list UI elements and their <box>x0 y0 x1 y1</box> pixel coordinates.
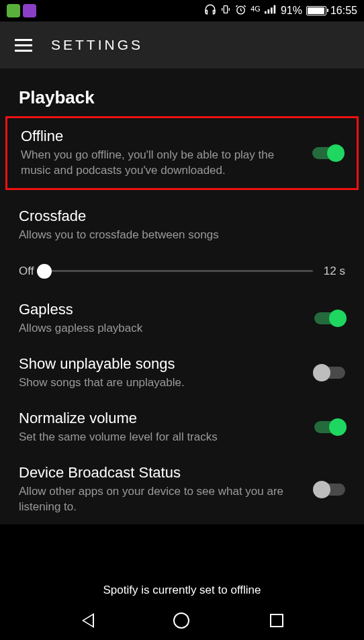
broadcast-toggle[interactable] <box>314 484 345 496</box>
crossfade-slider[interactable] <box>44 270 312 272</box>
app-header: SETTINGS <box>0 21 364 68</box>
setting-crossfade[interactable]: Crossfade Allows you to crossfade betwee… <box>0 198 364 253</box>
svg-rect-0 <box>224 6 228 13</box>
menu-icon[interactable] <box>15 39 32 52</box>
section-title: Playback <box>0 87 364 116</box>
network-type: 4G <box>251 5 261 13</box>
setting-unplayable[interactable]: Show unplayable songs Show songs that ar… <box>0 346 364 400</box>
setting-unplayable-title: Show unplayable songs <box>19 355 301 373</box>
unplayable-toggle[interactable] <box>314 367 345 379</box>
battery-icon <box>306 6 326 15</box>
setting-broadcast-desc: Allow other apps on your device to see w… <box>19 484 301 515</box>
setting-crossfade-desc: Allows you to crossfade between songs <box>19 228 345 243</box>
slider-max-label: 12 s <box>324 265 345 278</box>
svg-rect-7 <box>273 5 275 14</box>
status-bar: 4G 91% 16:55 <box>0 0 364 21</box>
home-button[interactable] <box>173 612 189 629</box>
setting-gapless-desc: Allows gapless playback <box>19 321 301 336</box>
svg-rect-6 <box>271 7 273 13</box>
setting-normalize-desc: Set the same volume level for all tracks <box>19 430 301 445</box>
svg-rect-4 <box>265 11 267 14</box>
setting-broadcast-title: Device Broadcast Status <box>19 464 301 482</box>
alarm-icon <box>235 4 246 18</box>
setting-normalize[interactable]: Normalize volume Set the same volume lev… <box>0 400 364 455</box>
slider-thumb[interactable] <box>37 264 52 279</box>
status-right: 4G 91% 16:55 <box>204 3 357 18</box>
setting-offline-desc: When you go offline, you'll only be able… <box>21 148 299 179</box>
normalize-toggle[interactable] <box>314 421 345 433</box>
setting-offline-title: Offline <box>21 128 299 145</box>
offline-toggle[interactable] <box>312 147 343 159</box>
page-title: SETTINGS <box>51 37 143 53</box>
recents-button[interactable] <box>270 614 283 627</box>
settings-content: Playback Offline When you go offline, yo… <box>0 68 364 524</box>
battery-percent: 91% <box>281 5 302 17</box>
setting-unplayable-desc: Show songs that are unplayable. <box>19 375 301 391</box>
setting-normalize-title: Normalize volume <box>19 410 301 427</box>
offline-toast: Spotify is currently set to offline <box>0 580 364 601</box>
setting-offline[interactable]: Offline When you go offline, you'll only… <box>5 116 359 190</box>
system-nav-bar <box>0 601 364 640</box>
setting-gapless-title: Gapless <box>19 301 301 318</box>
signal-icon <box>265 5 277 17</box>
headphones-icon <box>204 3 216 18</box>
notification-app-icon <box>7 4 20 17</box>
back-button[interactable] <box>81 613 93 628</box>
clock: 16:55 <box>330 5 357 17</box>
slider-min-label: Off <box>19 265 34 278</box>
crossfade-slider-row: Off 12 s <box>0 253 364 283</box>
status-left <box>7 4 36 17</box>
svg-rect-5 <box>267 9 269 13</box>
gapless-toggle[interactable] <box>314 312 345 324</box>
setting-gapless[interactable]: Gapless Allows gapless playback <box>0 291 364 346</box>
setting-broadcast[interactable]: Device Broadcast Status Allow other apps… <box>0 455 364 524</box>
notification-app-icon <box>23 4 36 17</box>
vibrate-icon <box>220 4 231 17</box>
setting-crossfade-title: Crossfade <box>19 208 345 225</box>
